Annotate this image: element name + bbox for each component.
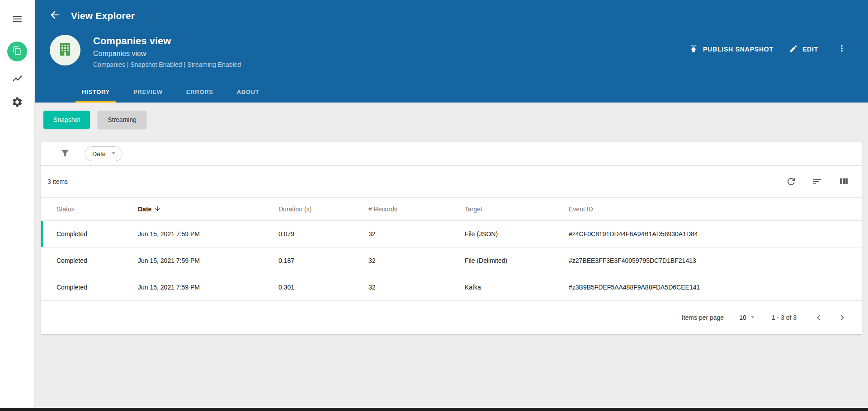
more-options-button[interactable] xyxy=(834,41,850,57)
line-chart-icon xyxy=(11,73,23,86)
date-filter-label: Date xyxy=(92,150,106,158)
back-button[interactable] xyxy=(46,7,64,25)
cell-records: 32 xyxy=(368,230,465,238)
pagination-bar: Items per page 10 1 - 3 of 3 xyxy=(41,301,862,334)
cell-duration: 0.187 xyxy=(278,257,368,264)
filter-funnel-icon[interactable] xyxy=(60,148,70,160)
sort-button[interactable] xyxy=(811,175,824,188)
filter-bar: Date xyxy=(41,142,862,166)
chevron-down-icon xyxy=(749,313,756,322)
entity-header: Companies view Companies view Companies … xyxy=(35,31,868,82)
analytics-nav-button[interactable] xyxy=(7,70,27,89)
cell-date: Jun 15, 2021 7:59 PM xyxy=(138,257,278,264)
column-header-duration[interactable]: Duration (s) xyxy=(278,206,368,213)
chevron-down-icon xyxy=(109,149,118,159)
kebab-menu-icon xyxy=(837,43,847,55)
page-header: View Explorer xyxy=(35,0,868,103)
cell-status: Completed xyxy=(57,230,138,238)
page-navigation xyxy=(812,311,849,324)
columns-button[interactable] xyxy=(837,175,850,188)
cell-records: 32 xyxy=(368,284,465,291)
mode-toggle-group: Snapshot Streaming xyxy=(43,111,862,129)
cell-event-id: #z27BEE3FF3E3F40059795DC7D1BF21413 xyxy=(569,257,862,264)
entity-title: Companies view xyxy=(93,35,689,47)
bottom-scrollbar[interactable] xyxy=(0,408,868,411)
streaming-toggle-button[interactable]: Streaming xyxy=(98,111,146,129)
app-title: View Explorer xyxy=(71,10,135,21)
snapshot-toggle-button[interactable]: Snapshot xyxy=(43,111,90,129)
column-header-event-id[interactable]: Event ID xyxy=(569,206,862,213)
cell-date: Jun 15, 2021 7:59 PM xyxy=(138,284,278,291)
column-header-status[interactable]: Status xyxy=(57,206,138,213)
publish-snapshot-button[interactable]: PUBLISH SNAPSHOT xyxy=(689,44,774,55)
menu-button[interactable] xyxy=(7,10,27,30)
views-nav-button[interactable] xyxy=(7,42,27,61)
building-icon xyxy=(57,41,74,60)
entity-meta: Companies | Snapshot Enabled | Streaming… xyxy=(93,61,689,68)
table-row[interactable]: Completed Jun 15, 2021 7:59 PM 0.079 32 … xyxy=(41,221,862,248)
entity-text: Companies view Companies view Companies … xyxy=(93,35,689,68)
next-page-button[interactable] xyxy=(835,311,849,324)
copy-pages-icon xyxy=(13,46,22,57)
history-card: Date 3 items xyxy=(41,142,862,334)
tab-history[interactable]: HISTORY xyxy=(75,82,116,103)
refresh-button[interactable] xyxy=(785,175,797,188)
items-count: 3 items xyxy=(47,178,68,185)
sort-arrow-down-icon xyxy=(154,205,161,214)
cell-event-id: #z3B9B5FDEF5AA488F9A88FDA5D6CEE141 xyxy=(569,284,862,291)
publish-upload-icon xyxy=(689,44,698,55)
cell-status: Completed xyxy=(57,284,138,291)
main-area: View Explorer xyxy=(35,0,868,408)
tab-errors[interactable]: ERRORS xyxy=(180,82,220,103)
tab-preview[interactable]: PREVIEW xyxy=(127,82,169,103)
cell-status: Completed xyxy=(57,257,138,264)
cell-event-id: #z4CF0C8191DD44F6A94B1AD58930A1D84 xyxy=(569,230,862,238)
entity-actions: PUBLISH SNAPSHOT EDIT xyxy=(689,35,850,57)
entity-avatar xyxy=(50,35,80,65)
column-header-date[interactable]: Date xyxy=(138,205,278,214)
column-header-records[interactable]: # Records xyxy=(368,206,465,213)
cell-target: File (JSON) xyxy=(465,230,569,238)
table-header-row: Status Date Duration (s) # Records Targe… xyxy=(41,197,862,221)
cell-target: File (Delimited) xyxy=(465,257,569,264)
previous-page-button[interactable] xyxy=(812,311,826,324)
edit-label: EDIT xyxy=(802,46,818,53)
table-row[interactable]: Completed Jun 15, 2021 7:59 PM 0.187 32 … xyxy=(41,248,862,274)
hamburger-icon xyxy=(11,13,23,27)
cell-date: Jun 15, 2021 7:59 PM xyxy=(138,230,278,238)
edit-button[interactable]: EDIT xyxy=(789,44,818,55)
cell-target: Kafka xyxy=(465,284,569,291)
left-sidebar xyxy=(0,0,35,408)
entity-subtitle: Companies view xyxy=(93,50,689,58)
column-header-date-label: Date xyxy=(138,206,151,213)
table-row[interactable]: Completed Jun 15, 2021 7:59 PM 0.301 32 … xyxy=(41,274,862,301)
table-toolbar: 3 items xyxy=(41,166,862,197)
page-size-value: 10 xyxy=(739,314,746,321)
arrow-back-icon xyxy=(49,9,61,23)
cell-duration: 0.301 xyxy=(278,284,368,291)
tab-bar: HISTORY PREVIEW ERRORS ABOUT xyxy=(35,82,868,103)
toolbar-icons xyxy=(785,175,850,188)
page-range: 1 - 3 of 3 xyxy=(772,314,797,321)
pencil-icon xyxy=(789,44,798,55)
publish-snapshot-label: PUBLISH SNAPSHOT xyxy=(703,46,774,53)
gear-icon xyxy=(11,96,23,110)
app-window: View Explorer xyxy=(0,0,868,408)
page-size-select[interactable]: 10 xyxy=(739,313,756,322)
date-filter-chip[interactable]: Date xyxy=(85,146,123,161)
column-header-target[interactable]: Target xyxy=(465,206,569,213)
content-area: Snapshot Streaming Date 3 it xyxy=(35,103,868,408)
cell-duration: 0.079 xyxy=(278,230,368,238)
topbar: View Explorer xyxy=(35,0,868,31)
items-per-page-label: Items per page xyxy=(682,314,724,321)
tab-about[interactable]: ABOUT xyxy=(231,82,266,103)
settings-nav-button[interactable] xyxy=(7,93,27,113)
cell-records: 32 xyxy=(368,257,465,264)
